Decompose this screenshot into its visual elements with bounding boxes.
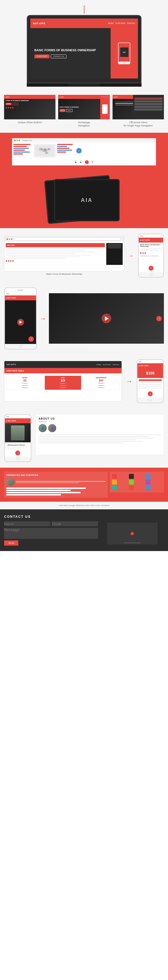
browser-bar <box>4 236 124 242</box>
share-btn1[interactable]: SHARE <box>5 103 11 105</box>
dark-panel-play[interactable] <box>102 314 111 323</box>
share-header: ■ MAT <box>4 95 56 99</box>
ctrl1[interactable]: ◀ <box>74 160 77 164</box>
play-button[interactable] <box>17 319 24 326</box>
pricing-row: MAT APPS HOME FEATURES PRICING OUR PRICE… <box>4 359 164 403</box>
browser-caption: Basic Forms Of Business Ownership <box>4 273 124 275</box>
phone-content: Basic Forms Of BusinessOwnership 0000 Ba… <box>139 243 163 264</box>
rbar5 <box>57 151 66 153</box>
aline6 <box>38 442 124 444</box>
contact-us-btn[interactable]: CONTACT US <box>51 54 66 58</box>
ptline1 <box>6 447 29 447</box>
phone-header: ■ MAT APPS <box>139 238 163 243</box>
pricing-home-btn[interactable] <box>149 399 152 401</box>
pricing-share-btn[interactable]: ↗ <box>148 391 153 396</box>
about-share-icon: ↗ <box>17 452 19 454</box>
dot4 <box>12 107 13 108</box>
pdot3 <box>144 252 146 254</box>
name-input[interactable] <box>4 521 50 526</box>
feedback-bars <box>6 488 106 495</box>
dark-panel-share[interactable]: ↗ <box>156 316 162 321</box>
profile-name-area: Mohammad Al Ghosol <box>5 442 30 449</box>
dark-line4 <box>108 248 121 248</box>
tablet-logo: AIA <box>81 197 93 203</box>
phone-home-btn <box>123 62 125 63</box>
pfeat5 <box>139 388 162 389</box>
phone-pricing: 9:41 ■ MAT APPS $100 ↗ <box>137 359 164 403</box>
fbar-row3 <box>6 492 106 493</box>
dark-line3 <box>108 247 121 247</box>
about-share-btn[interactable]: ↗ <box>15 450 20 455</box>
about-phone-side: 9:41 ■ MAT APPS Mohammad Al Ghosol <box>4 414 31 462</box>
ctrl3[interactable] <box>85 160 89 164</box>
ctrl4[interactable]: ● <box>91 160 94 164</box>
phone-in-laptop: APP <box>118 43 130 64</box>
pricing-browser-side: MAT APPS HOME FEATURES PRICING OUR PRICE… <box>4 361 122 402</box>
phone-browser-row: ■ MAT APPS <box>4 234 164 278</box>
browser-app-name: ■ MAT APPS <box>6 245 15 246</box>
phone-dots <box>140 252 162 254</box>
profile-name: Mohammad Al Ghosol <box>6 444 29 447</box>
laptop-hero-area: BASIC FORMS OF BUSINESS OWNERSHIP LEARN … <box>30 28 138 78</box>
plan-ent-price: $99 <box>84 379 118 382</box>
dot3 <box>10 107 11 108</box>
pricing-phone-status: 9:41 <box>138 360 163 363</box>
swatch-3 <box>146 474 150 479</box>
dark-play-triangle <box>105 317 109 321</box>
avatar2-img: 👤 <box>48 424 56 432</box>
svg-point-4 <box>45 152 48 154</box>
avatar2-icon: 👤 <box>51 427 54 430</box>
browser-left-col: ■ MAT APPS <box>6 243 105 265</box>
chart-url: matapps.com <box>22 140 32 141</box>
home-btn[interactable] <box>150 273 152 276</box>
dot1 <box>5 107 7 108</box>
browser-screenshot: ■ MAT APPS <box>4 236 124 271</box>
svg-point-6 <box>45 150 46 150</box>
browser-right-col <box>106 243 123 265</box>
stats-chart-section: matapps.com <box>0 133 168 171</box>
phone-status: 9:41 <box>139 234 163 238</box>
about-time: 9:41 <box>6 416 9 417</box>
form-line2 <box>6 250 85 251</box>
home-left[interactable] <box>19 345 22 348</box>
phone-screen-sm: APP <box>118 43 130 62</box>
laptop-screen: MAT APPS HOME FEATURES PRICING BASIC FOR… <box>30 19 138 78</box>
pfeat3 <box>139 384 162 385</box>
ctrl2[interactable]: ▶ <box>80 160 83 164</box>
dark-video-panel: ↗ <box>49 293 164 344</box>
contact-row1 <box>4 521 98 526</box>
chart-mockup: matapps.com <box>12 138 156 165</box>
about-home-btn[interactable] <box>16 458 19 460</box>
time-left: 9:41 <box>6 293 9 294</box>
learn-more-btn[interactable]: LEARN MORE <box>34 54 50 58</box>
avatar2: 👤 <box>48 424 56 432</box>
message-input[interactable] <box>4 528 98 539</box>
blue-circle-btn[interactable]: + <box>76 148 82 153</box>
swatch-7 <box>112 485 117 490</box>
email-input[interactable] <box>52 521 98 526</box>
feedback-lines <box>16 481 106 483</box>
fbar-row1 <box>6 488 106 489</box>
about-underline <box>38 422 47 422</box>
send-button[interactable]: SEND <box>4 541 18 546</box>
homepage-header: ■ MAT H F P C <box>58 95 110 99</box>
hnav1: H <box>101 96 102 98</box>
plan-pro-name: PRO <box>46 377 80 379</box>
phone-top-bar-left <box>5 288 36 292</box>
pricing-app-name: MAT APPS <box>6 364 16 366</box>
pricing-phone-share: ↗ <box>138 390 163 398</box>
laptop-screen-content: MAT APPS HOME FEATURES PRICING BASIC FOR… <box>30 19 138 78</box>
about-phone-logo: ■ MAT APPS <box>6 420 16 422</box>
bar4 <box>13 150 25 151</box>
phone-left: 9:41 ■ MAT APPS ↗ <box>4 287 37 350</box>
bdot3 <box>11 239 12 240</box>
share-btn2[interactable]: MORE <box>12 103 18 105</box>
share-dots <box>4 106 56 110</box>
share-screen: ■ MAT FORMS OF BUSINESS OWNERSHIP SHARE … <box>4 95 56 119</box>
stats-caption: Unlimited Google Material Color Web Colo… <box>2 504 166 507</box>
pricing-phone-features <box>138 378 163 390</box>
share-btn-left[interactable]: ↗ <box>29 336 34 342</box>
profile-photo <box>5 423 30 442</box>
phone-share-btn[interactable]: ↗ <box>149 266 154 270</box>
laptop-chin <box>30 78 138 83</box>
